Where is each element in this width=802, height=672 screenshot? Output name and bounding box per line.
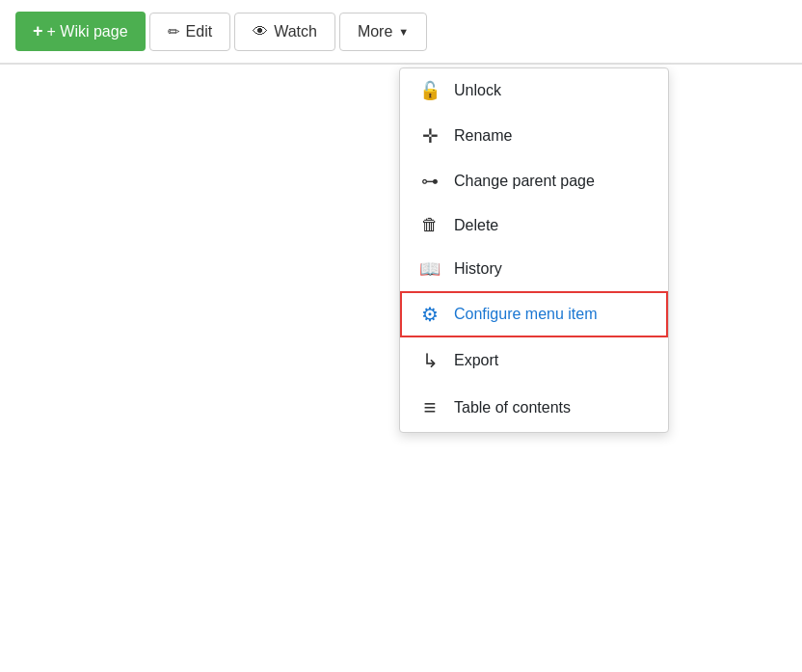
dropdown-item-unlock[interactable]: 🔓 Unlock	[400, 68, 668, 113]
history-icon: 📖	[419, 258, 441, 280]
unlock-label: Unlock	[454, 82, 501, 99]
edit-button[interactable]: ✏ Edit	[149, 13, 231, 51]
watch-button[interactable]: 👁 Watch	[234, 13, 335, 51]
delete-icon: 🗑	[419, 215, 441, 235]
wiki-page-button[interactable]: + + Wiki page	[15, 12, 146, 51]
dropdown-item-change-parent-page[interactable]: ⊶ Change parent page	[400, 159, 668, 203]
dropdown-item-history[interactable]: 📖 History	[400, 247, 668, 291]
dropdown-item-configure-menu[interactable]: ⚙ Configure menu item	[400, 291, 668, 337]
dropdown-item-delete[interactable]: 🗑 Delete	[400, 203, 668, 247]
dropdown-item-rename[interactable]: ✛ Rename	[400, 113, 668, 159]
rename-icon: ✛	[419, 124, 441, 148]
edit-icon: ✏	[168, 23, 180, 40]
edit-label: Edit	[186, 23, 213, 40]
export-icon: ↳	[419, 349, 441, 372]
delete-label: Delete	[454, 217, 498, 234]
unlock-icon: 🔓	[419, 80, 441, 101]
rename-label: Rename	[454, 127, 512, 145]
more-dropdown-menu: 🔓 Unlock ✛ Rename ⊶ Change parent page 🗑…	[399, 67, 669, 433]
change-parent-page-icon: ⊶	[419, 171, 441, 192]
dropdown-item-table-of-contents[interactable]: ≡ Table of contents	[400, 384, 668, 432]
watch-label: Watch	[274, 23, 317, 40]
configure-menu-icon: ⚙	[419, 303, 441, 326]
more-label: More	[358, 23, 392, 40]
export-label: Export	[454, 352, 498, 369]
history-label: History	[454, 260, 502, 278]
table-of-contents-icon: ≡	[419, 395, 441, 420]
chevron-down-icon: ▼	[398, 26, 409, 38]
toolbar-divider	[0, 64, 802, 65]
table-of-contents-label: Table of contents	[454, 399, 571, 417]
eye-icon: 👁	[253, 23, 268, 40]
toolbar: + + Wiki page ✏ Edit 👁 Watch More ▼	[0, 0, 802, 64]
plus-icon: +	[33, 21, 43, 41]
dropdown-item-export[interactable]: ↳ Export	[400, 337, 668, 384]
wiki-page-label: + Wiki page	[47, 23, 128, 40]
change-parent-page-label: Change parent page	[454, 173, 595, 190]
more-button[interactable]: More ▼	[339, 13, 427, 51]
configure-menu-label: Configure menu item	[454, 306, 598, 323]
